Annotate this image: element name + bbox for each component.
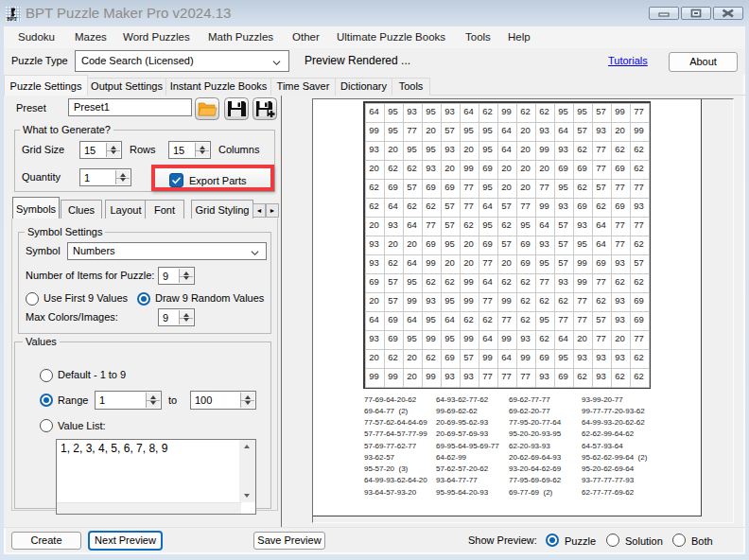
svg-text:BPT: BPT bbox=[7, 16, 17, 22]
